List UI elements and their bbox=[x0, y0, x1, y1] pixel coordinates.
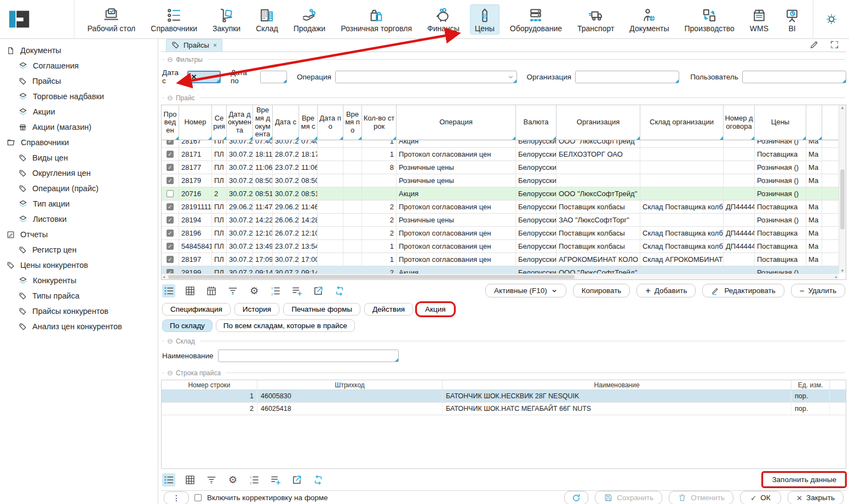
column-header[interactable]: Наименование bbox=[443, 380, 791, 390]
ok-button[interactable]: ✓ОК bbox=[740, 491, 781, 504]
more-actions-button[interactable]: ⋮ bbox=[164, 491, 189, 504]
date-to-input[interactable] bbox=[260, 71, 287, 83]
operation-select[interactable] bbox=[335, 71, 517, 83]
column-header[interactable]: Склад организации bbox=[640, 105, 724, 140]
calendar-grid-icon[interactable] bbox=[205, 284, 218, 297]
column-header[interactable]: Валюта bbox=[516, 105, 557, 140]
scrollbar-thumb[interactable] bbox=[168, 275, 575, 279]
topnav-item-wms[interactable]: WMS bbox=[745, 4, 773, 35]
column-header[interactable]: Номер bbox=[179, 105, 212, 140]
topnav-item-bi[interactable]: BI bbox=[779, 4, 805, 35]
topnav-item-retail[interactable]: Розничная торговля bbox=[336, 4, 417, 35]
sidebar-item-registr-cen[interactable]: Регистр цен bbox=[0, 242, 158, 257]
table-row[interactable]: ✓28171ПЛ30.07.2418:1128.07.2418:171Прото… bbox=[162, 148, 839, 161]
warehouse-tab-2[interactable]: По всем складам, которые в прайсе bbox=[216, 319, 355, 332]
topnav-item-finance[interactable]: Финансы bbox=[422, 4, 464, 35]
row-checkbox[interactable]: ✓ bbox=[167, 216, 174, 224]
table-row[interactable]: ✓28196ПЛ30.07.2412:1026.07.2412:102Прото… bbox=[162, 227, 839, 240]
grid-view-icon[interactable] bbox=[183, 473, 197, 486]
sidebar-item-tip-akcii[interactable]: Тип акции bbox=[0, 196, 158, 211]
detail-tab-2[interactable]: История bbox=[234, 303, 279, 316]
table-row[interactable]: ✓28191111ПЛ29.06.2411:4729.06.2411:462Пр… bbox=[162, 201, 839, 214]
sidebar-item-soglasheniya[interactable]: Соглашения bbox=[0, 58, 158, 73]
list-item[interactable]: 246025418БАТОНЧИК ШОК.НАТС МЕГАБАЙТ 66Г … bbox=[162, 403, 846, 415]
row-checkbox[interactable]: ✓ bbox=[167, 151, 174, 158]
table-row[interactable]: ✓28167ПЛ30.07.2407:4030.07.2407:401Акция… bbox=[162, 140, 839, 148]
sidebar-item-vidy-cen[interactable]: Виды цен bbox=[0, 150, 158, 165]
refresh-button[interactable] bbox=[564, 491, 588, 504]
column-header[interactable]: Дата по bbox=[318, 105, 343, 140]
theme-toggle[interactable] bbox=[813, 0, 849, 38]
topnav-item-warehouse[interactable]: Склад bbox=[251, 4, 283, 35]
copy-button[interactable]: Копировать bbox=[573, 284, 630, 297]
table-row[interactable]: ✓28179ПЛ30.07.2408:5030.07.2408:50Рознич… bbox=[162, 174, 839, 187]
column-header[interactable]: Время по bbox=[343, 105, 362, 140]
row-checkbox[interactable]: ✓ bbox=[167, 203, 174, 210]
organization-input[interactable] bbox=[575, 71, 679, 83]
edit-pencil-icon[interactable] bbox=[809, 39, 819, 50]
table-row[interactable]: 20716230.07.2408:5130.07.2408:51АкцияБел… bbox=[162, 187, 839, 201]
filter-icon[interactable] bbox=[205, 473, 218, 486]
sidebar-item-operacii-prais[interactable]: Операции (прайс) bbox=[0, 181, 158, 196]
topnav-item-transport[interactable]: Транспорт bbox=[572, 4, 619, 35]
sidebar-item-konkurenty[interactable]: Конкуренты bbox=[0, 273, 158, 288]
column-header[interactable]: Цены bbox=[755, 105, 806, 140]
vertical-scrollbar[interactable]: ▲▼ bbox=[839, 105, 846, 273]
numbered-list-icon[interactable]: 12 bbox=[248, 473, 261, 486]
topnav-item-desktop[interactable]: Рабочий стол bbox=[82, 4, 140, 35]
topnav-item-documents[interactable]: Документы bbox=[624, 4, 674, 35]
sidebar-item-akcii[interactable]: Акции bbox=[0, 104, 158, 119]
column-header[interactable] bbox=[806, 105, 822, 140]
sidebar-item-spravochniki[interactable]: Справочники bbox=[0, 135, 158, 150]
export-icon[interactable] bbox=[290, 473, 303, 486]
sync-icon[interactable] bbox=[312, 473, 325, 486]
row-checkbox[interactable]: ✓ bbox=[167, 243, 174, 250]
export-icon[interactable] bbox=[312, 284, 325, 297]
column-header[interactable]: Номер строки bbox=[162, 380, 257, 390]
topnav-item-prices[interactable]: $Цены bbox=[470, 4, 500, 35]
row-checkbox[interactable]: ✓ bbox=[167, 177, 174, 184]
detail-tab-5[interactable]: Акция bbox=[417, 303, 454, 316]
table-row[interactable]: ✓28194ПЛ30.07.2414:2226.06.2414:282Розни… bbox=[162, 214, 839, 227]
list-view-icon[interactable] bbox=[162, 473, 175, 486]
topnav-item-production[interactable]: Производство bbox=[680, 4, 739, 35]
cancel-button[interactable]: Отменить bbox=[669, 491, 733, 504]
tab-close-icon[interactable]: × bbox=[213, 42, 217, 49]
fill-data-button[interactable]: Заполнить данные bbox=[763, 473, 845, 486]
add-list-icon[interactable] bbox=[290, 284, 303, 297]
row-checkbox[interactable]: ✓ bbox=[167, 256, 174, 263]
topnav-item-purchases[interactable]: Закупки bbox=[208, 4, 245, 35]
collapse-icon[interactable]: ⊖ bbox=[167, 55, 173, 64]
gear-icon[interactable]: ⚙ bbox=[226, 473, 239, 486]
delete-button[interactable]: −Удалить bbox=[791, 284, 845, 297]
save-button[interactable]: Сохранить bbox=[595, 491, 662, 504]
topnav-item-equipment[interactable]: Оборудование bbox=[505, 4, 567, 35]
collapse-icon[interactable]: ⊖ bbox=[167, 369, 173, 377]
grid-view-icon[interactable] bbox=[183, 284, 197, 297]
row-checkbox[interactable]: ✓ bbox=[167, 230, 174, 237]
collapse-icon[interactable]: ⊖ bbox=[167, 337, 173, 345]
edit-button[interactable]: Редактировать bbox=[702, 284, 784, 297]
active-filter-button[interactable]: Активные (F10) bbox=[485, 284, 566, 297]
table-row[interactable]: ✓54845841ПЛ30.07.2413:4923.07.2413:541Пр… bbox=[162, 240, 839, 253]
sidebar-item-torg-nadbavki[interactable]: Торговые надбавки bbox=[0, 89, 158, 104]
scrollbar-thumb[interactable] bbox=[840, 169, 845, 230]
clear-x-icon[interactable]: ✕ bbox=[191, 73, 197, 81]
column-header[interactable]: Кол-во строк bbox=[362, 105, 397, 140]
expand-icon[interactable] bbox=[829, 39, 840, 50]
column-header[interactable]: Время с bbox=[299, 105, 318, 140]
topnav-item-sales[interactable]: Продажи bbox=[289, 4, 330, 35]
column-header[interactable]: Дата с bbox=[273, 105, 299, 140]
column-header[interactable]: Штрихкод bbox=[257, 380, 443, 390]
collapse-icon[interactable]: ⊖ bbox=[167, 94, 173, 102]
list-view-icon[interactable] bbox=[162, 284, 175, 297]
detail-tab-1[interactable]: Спецификация bbox=[162, 303, 231, 316]
sidebar-item-otchety[interactable]: Отчеты bbox=[0, 227, 158, 242]
sidebar-item-listovki[interactable]: Листовки bbox=[0, 211, 158, 227]
add-button[interactable]: +Добавить bbox=[636, 284, 696, 297]
column-header[interactable]: Проведен bbox=[162, 105, 179, 140]
column-header[interactable]: Серия bbox=[212, 105, 227, 140]
app-logo[interactable] bbox=[0, 0, 74, 38]
topnav-item-directory[interactable]: Справочники bbox=[146, 4, 202, 35]
sidebar-item-praisy-konkurentov[interactable]: Прайсы конкурентов bbox=[0, 303, 158, 319]
